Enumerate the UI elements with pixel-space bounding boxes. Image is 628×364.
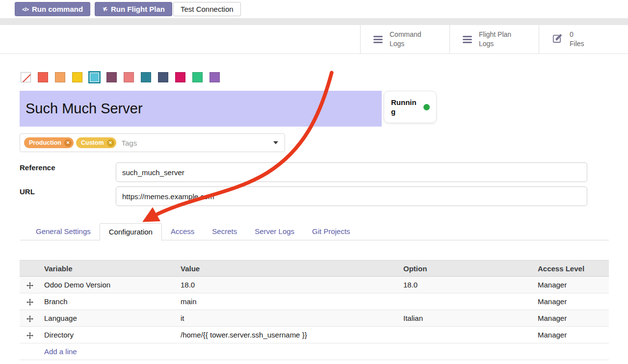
remove-tag-icon[interactable]: ✕ xyxy=(64,139,72,147)
column-header-value: Value xyxy=(181,260,403,277)
cell-value[interactable]: it xyxy=(181,310,403,327)
column-header-variable: Variable xyxy=(44,260,181,277)
tab-general-settings[interactable]: General Settings xyxy=(27,223,100,240)
drag-handle-icon[interactable] xyxy=(20,277,44,293)
flight-plan-logs-label: Flight PlanLogs xyxy=(479,30,511,49)
add-line-cell[interactable]: Add a line xyxy=(20,343,609,360)
url-label: URL xyxy=(20,187,35,196)
tag-custom[interactable]: Custom ✕ xyxy=(76,137,116,148)
test-connection-button[interactable]: Test Connection xyxy=(173,2,241,16)
tag-label: Production xyxy=(29,139,61,146)
color-swatch[interactable] xyxy=(158,72,168,82)
tag-production[interactable]: Production ✕ xyxy=(24,137,74,148)
color-swatch[interactable] xyxy=(72,72,82,82)
drag-handle-icon[interactable] xyxy=(20,310,44,327)
cell-access-level[interactable]: Manager xyxy=(538,277,609,293)
column-header-access-level: Access Level xyxy=(538,260,609,277)
status-dot-icon xyxy=(423,104,430,110)
color-swatch[interactable] xyxy=(192,72,203,82)
tab-server-logs[interactable]: Server Logs xyxy=(246,223,303,240)
run-flight-plan-label: Run Flight Plan xyxy=(111,5,165,13)
add-line-row: Add a line xyxy=(20,343,609,360)
menu-icon xyxy=(463,36,472,43)
color-swatch[interactable] xyxy=(209,72,220,82)
color-swatch[interactable] xyxy=(124,72,134,82)
cell-option[interactable] xyxy=(403,327,538,343)
cell-value[interactable]: /home/{{ tower.server.ssh_username }} xyxy=(181,327,403,343)
color-palette xyxy=(21,72,220,82)
drag-handle-icon[interactable] xyxy=(20,327,44,343)
status-card[interactable]: Running xyxy=(384,91,437,123)
tag-label: Custom xyxy=(81,139,104,146)
tags-field[interactable]: Production ✕ Custom ✕ Tags xyxy=(20,133,285,152)
run-flight-plan-button[interactable]: ✈ Run Flight Plan xyxy=(95,2,172,16)
cell-variable[interactable]: Language xyxy=(44,310,181,327)
table-row: Odoo Demo Version 18.0 18.0 Manager xyxy=(20,277,609,293)
status-label: Running xyxy=(391,98,418,117)
run-command-label: Run command xyxy=(32,5,83,13)
command-logs-button[interactable]: CommandLogs xyxy=(360,25,449,53)
cell-value[interactable]: main xyxy=(181,293,403,310)
color-swatch-selected[interactable] xyxy=(89,72,100,82)
cell-variable[interactable]: Odoo Demo Version xyxy=(44,277,181,293)
notebook-tabs: General Settings Configuration Access Se… xyxy=(20,223,609,240)
add-a-line-link[interactable]: Add a line xyxy=(44,347,77,356)
record-header: CommandLogs Flight PlanLogs 0Files xyxy=(0,25,628,54)
table-row: Branch main Manager xyxy=(20,293,609,310)
cell-access-level[interactable]: Manager xyxy=(538,293,609,310)
cell-access-level[interactable]: Manager xyxy=(538,327,609,343)
cell-value[interactable]: 18.0 xyxy=(181,277,403,293)
column-header-option: Option xyxy=(403,260,538,277)
cell-option[interactable]: 18.0 xyxy=(403,277,538,293)
files-button[interactable]: 0Files xyxy=(539,25,628,53)
color-swatch[interactable] xyxy=(55,72,65,82)
drag-handle-icon[interactable] xyxy=(20,293,44,310)
color-swatch[interactable] xyxy=(38,72,48,82)
table-row: Language it Italian Manager xyxy=(20,310,609,327)
table-header-row: Variable Value Option Access Level xyxy=(20,260,609,277)
plane-icon: ✈ xyxy=(101,4,109,13)
flight-plan-logs-button[interactable]: Flight PlanLogs xyxy=(449,25,539,53)
tab-configuration[interactable]: Configuration xyxy=(100,223,162,241)
url-input[interactable] xyxy=(116,186,587,206)
cell-option[interactable]: Italian xyxy=(403,310,538,327)
reference-input[interactable] xyxy=(116,162,587,182)
cell-access-level[interactable]: Manager xyxy=(538,310,609,327)
color-swatch-none[interactable] xyxy=(21,72,31,82)
handle-column-header xyxy=(20,260,44,277)
run-command-button[interactable]: </> Run command xyxy=(15,2,90,16)
server-name-field[interactable]: Such Much Server xyxy=(20,91,382,127)
reference-label: Reference xyxy=(20,163,55,172)
table-row: Directory /home/{{ tower.server.ssh_user… xyxy=(20,327,609,343)
tags-placeholder: Tags xyxy=(122,139,137,147)
cell-variable[interactable]: Directory xyxy=(44,327,181,343)
server-name-text: Such Much Server xyxy=(26,101,143,117)
stat-buttons: CommandLogs Flight PlanLogs 0Files xyxy=(360,25,628,53)
tab-access[interactable]: Access xyxy=(162,223,203,240)
tab-secrets[interactable]: Secrets xyxy=(203,223,246,240)
menu-icon xyxy=(373,36,383,43)
separator-band xyxy=(0,18,628,25)
remove-tag-icon[interactable]: ✕ xyxy=(107,139,114,147)
cell-option[interactable] xyxy=(403,293,538,310)
color-swatch[interactable] xyxy=(106,72,117,82)
command-logs-label: CommandLogs xyxy=(390,30,421,49)
cell-variable[interactable]: Branch xyxy=(44,293,181,310)
test-connection-label: Test Connection xyxy=(181,5,234,13)
code-icon: </> xyxy=(22,6,28,12)
color-swatch[interactable] xyxy=(175,72,185,82)
edit-icon xyxy=(552,33,563,46)
color-swatch[interactable] xyxy=(141,72,151,82)
files-label: 0Files xyxy=(570,30,584,49)
configuration-table: Variable Value Option Access Level Odoo … xyxy=(20,260,609,360)
tab-git-projects[interactable]: Git Projects xyxy=(303,223,359,240)
chevron-down-icon[interactable] xyxy=(273,141,278,144)
action-toolbar: </> Run command ✈ Run Flight Plan Test C… xyxy=(0,0,628,18)
